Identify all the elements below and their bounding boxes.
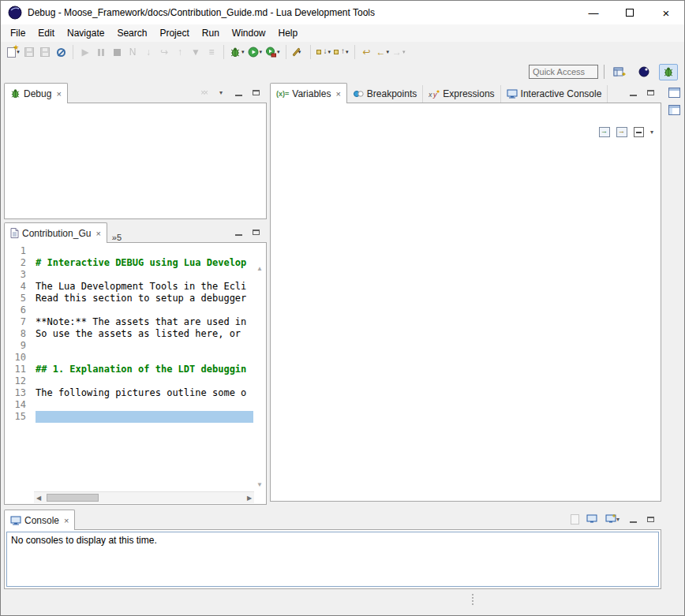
menu-navigate[interactable]: Navigate [61,25,110,41]
close-tab-icon[interactable]: × [56,89,61,99]
show-type-names-icon[interactable] [599,127,610,137]
open-perspective-button[interactable] [610,64,629,80]
run-button[interactable]: ▾ [246,43,264,61]
back-button[interactable]: ←▾ [375,43,391,61]
minimize-view-button[interactable] [233,226,244,237]
line-number[interactable]: 14 [6,399,29,411]
menu-help[interactable]: Help [272,25,305,41]
line-text[interactable]: Read this section to setup a debugger [36,293,253,304]
more-editors-indicator[interactable]: »5 [107,233,126,242]
line-number[interactable]: 3 [6,269,29,281]
window-close-button[interactable]: × [648,1,684,24]
remove-all-terminated-button[interactable]: ×× [198,87,209,98]
scrollbar-thumb[interactable] [47,494,99,502]
restore-view-button[interactable] [666,84,682,100]
skip-all-breakpoints-button[interactable] [53,43,69,61]
line-text[interactable]: # Interactive DEBUG using Lua Develop [36,257,253,269]
line-text[interactable]: The following pictures outline some o [36,387,253,399]
close-tab-icon[interactable]: × [95,229,100,238]
tab-console[interactable]: Console × [4,510,75,530]
disconnect-button[interactable]: N [125,43,140,61]
line-number[interactable]: 15 [6,411,29,423]
next-annotation-button[interactable]: ↓▾ [315,43,333,61]
editor-text-area[interactable]: 1 2# Interactive DEBUG using Lua Develop… [6,245,253,491]
close-tab-icon[interactable]: × [64,516,69,525]
horizontal-scrollbar[interactable]: ◀ ▶ [34,491,254,503]
line-number[interactable]: 5 [6,293,29,304]
menu-file[interactable]: File [4,25,32,41]
line-number[interactable]: 8 [6,328,29,340]
show-logical-structure-icon[interactable] [616,127,627,137]
debug-button[interactable]: ▾ [228,43,246,61]
line-text[interactable]: ## 1. Explanation of the LDT debuggin [36,364,253,375]
line-text[interactable] [36,352,253,364]
line-text[interactable]: The Lua Development Tools in the Ecli [36,281,253,293]
step-into-button[interactable]: ↓ [140,43,156,61]
pin-console-button[interactable] [569,513,580,525]
external-tools-button[interactable]: ▾ [264,43,282,61]
line-text[interactable]: So use the assets as listed here, or [36,328,253,340]
close-tab-icon[interactable]: × [335,89,340,99]
line-number[interactable]: 12 [6,375,29,387]
view-menu-icon[interactable]: ▾ [650,129,653,136]
tab-contribution-guide[interactable]: Contribution_Gu × [4,222,107,243]
view-menu-button[interactable]: ▾ [215,87,226,98]
previous-annotation-button[interactable]: ↑▾ [332,43,350,61]
line-number[interactable]: 10 [6,352,29,364]
suspend-button[interactable] [93,43,109,61]
resume-button[interactable]: ▶ [77,43,93,61]
lua-perspective-button[interactable] [634,64,653,80]
line-number[interactable]: 2 [6,257,29,269]
maximize-view-button[interactable] [645,513,656,525]
use-step-filters-button[interactable]: ≡ [204,43,219,61]
line-text[interactable]: **Note:** The assets that are used in [36,316,253,328]
scroll-down-icon[interactable]: ▼ [256,481,263,488]
menu-edit[interactable]: Edit [32,25,61,41]
line-number[interactable]: 1 [6,245,29,257]
minimize-view-button[interactable] [627,87,638,98]
step-return-button[interactable]: ↑ [172,43,188,61]
window-maximize-button[interactable] [612,1,648,24]
maximize-view-button[interactable] [250,87,261,98]
line-text[interactable] [36,399,253,411]
tab-debug[interactable]: Debug × [4,83,68,103]
debug-perspective-button[interactable] [659,64,678,80]
menu-project[interactable]: Project [153,25,195,41]
new-lua-script-button[interactable]: ▾ [290,43,306,61]
window-minimize-button[interactable]: — [575,1,612,24]
open-console-button[interactable]: ▾ [604,513,621,525]
scroll-left-icon[interactable]: ◀ [34,495,43,502]
scroll-right-icon[interactable]: ▶ [245,495,254,502]
tab-interactive-console[interactable]: Interactive Console [501,85,608,103]
terminate-button[interactable] [109,43,125,61]
line-number[interactable]: 11 [6,364,29,375]
line-text[interactable] [36,375,253,387]
line-number[interactable]: 13 [6,387,29,399]
line-text[interactable] [36,304,253,316]
line-text[interactable] [36,411,253,423]
new-wizard-button[interactable]: ★▾ [6,43,21,61]
last-edit-location-button[interactable]: ↩ [359,43,375,61]
drop-to-frame-button[interactable]: ▼ [188,43,204,61]
forward-button[interactable]: →▾ [391,43,407,61]
minimize-view-button[interactable] [627,513,638,525]
save-button[interactable] [21,43,37,61]
maximize-view-button[interactable] [645,87,656,98]
line-number[interactable]: 7 [6,316,29,328]
display-selected-console-button[interactable] [586,513,597,525]
line-text[interactable] [36,245,253,257]
minimized-view-button[interactable] [666,102,682,118]
minimize-view-button[interactable] [233,87,244,98]
line-text[interactable] [36,269,253,281]
window-trim-handle[interactable] [470,594,476,611]
collapse-all-icon[interactable] [634,127,644,137]
line-number[interactable]: 9 [6,340,29,352]
quick-access-input[interactable] [529,65,598,79]
menu-window[interactable]: Window [226,25,272,41]
line-text[interactable] [36,340,253,352]
step-over-button[interactable]: ↪ [156,43,172,61]
maximize-view-button[interactable] [250,226,261,237]
line-number[interactable]: 6 [6,304,29,316]
scroll-up-icon[interactable]: ▲ [256,265,263,272]
tab-breakpoints[interactable]: Breakpoints [347,85,423,103]
